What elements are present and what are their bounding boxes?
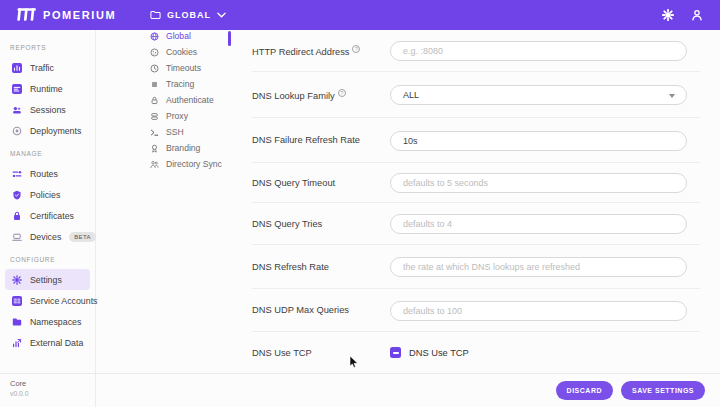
subnav-item-proxy[interactable]: Proxy [150,108,230,124]
subnav-item-branding[interactable]: Branding [150,140,230,156]
subnav-item-authenticate[interactable]: Authenticate [150,92,230,108]
people-icon [150,160,159,169]
sidebar-item-service-accounts[interactable]: Service Accounts [0,290,95,311]
sidebar-item-label: Runtime [30,84,63,94]
subnav-item-ssh[interactable]: SSH [150,124,230,140]
chevron-down-icon [217,12,226,18]
sidebar-item-label: Sessions [30,105,66,115]
namespace-label: GLOBAL [167,10,211,20]
form-row-dns-query-timeout: DNS Query Timeout [252,163,700,203]
subnav-scrollbar[interactable] [228,31,231,46]
brand-name: POMERIUM [43,9,116,21]
help-icon[interactable]: ? [352,45,360,53]
award-icon [150,144,159,153]
dns-query-timeout-input[interactable] [390,173,687,193]
select-caret-icon [669,94,675,98]
section-label: MANAGE [0,150,95,163]
routes-icon [12,169,22,179]
primary-sidebar: REPORTS Traffic Runtime Sessions [0,30,96,407]
sidebar-item-traffic[interactable]: Traffic [0,57,95,78]
checkbox-label: DNS Use TCP [409,348,469,358]
sidebar-item-runtime[interactable]: Runtime [0,78,95,99]
dns-failure-refresh-rate-input[interactable] [390,131,687,151]
subnav-item-label: SSH [166,127,184,137]
subnav-item-label: Timeouts [166,63,201,73]
settings-gear-button[interactable] [661,8,675,22]
clock-icon [150,64,159,73]
dns-udp-max-queries-input[interactable] [390,301,687,321]
sidebar-item-policies[interactable]: Policies [0,184,95,205]
sidebar-item-routes[interactable]: Routes [0,163,95,184]
section-label: REPORTS [0,44,95,57]
sidebar-footer: Core v0.0.0 [0,373,95,407]
terminal-icon [150,128,159,137]
subnav-item-cookies[interactable]: Cookies [150,44,230,60]
deployments-icon [12,126,22,136]
subnav-item-label: Global [166,31,191,41]
dns-lookup-family-select[interactable]: ALL [390,85,687,105]
sidebar-item-devices[interactable]: Devices BETA [0,226,95,247]
sidebar-item-label: External Data [30,338,83,348]
selected-option: ALL [403,90,419,100]
user-icon [691,9,703,21]
subnav-item-label: Directory Sync [166,159,222,169]
field-label: DNS Refresh Rate [252,262,329,272]
discard-button[interactable]: DISCARD [556,381,613,400]
policies-shield-icon [12,190,22,200]
subnav-item-tracing[interactable]: Tracing [150,76,230,92]
sidebar-section-configure: CONFIGURE Settings Service Accounts Name… [0,256,95,353]
runtime-icon [12,84,22,94]
sidebar-item-label: Deployments [30,126,81,136]
form-row-dns-lookup-family: DNS Lookup Family? ALL [252,72,700,118]
subnav-item-label: Cookies [166,47,197,57]
sidebar-item-label: Devices [30,232,61,242]
traffic-chart-icon [12,63,22,73]
settings-gear-icon [12,275,22,285]
footer-action-bar: DISCARD SAVE SETTINGS [96,373,720,407]
sidebar-item-settings[interactable]: Settings [5,269,90,290]
dns-query-tries-input[interactable] [390,214,687,234]
subnav-item-timeouts[interactable]: Timeouts [150,60,230,76]
http-redirect-address-input[interactable] [390,41,687,61]
sidebar-item-namespaces[interactable]: Namespaces [0,311,95,332]
form-row-dns-query-tries: DNS Query Tries [252,203,700,245]
product-name: Core [10,379,95,388]
cookie-icon [150,48,159,57]
header-actions [661,8,704,22]
certificates-lock-icon [12,211,22,221]
settings-subnav: Global Cookies Timeouts Tracing Authenti… [150,28,230,172]
subnav-item-global[interactable]: Global [150,28,230,44]
dns-refresh-rate-input[interactable] [390,257,687,277]
field-label: DNS Lookup Family? [252,89,346,101]
subnav-item-label: Authenticate [166,95,214,105]
field-label: DNS Query Timeout [252,178,335,188]
tracing-icon [150,80,159,89]
sessions-people-icon [12,105,22,115]
settings-form: HTTP Redirect Address? DNS Lookup Family… [252,30,700,373]
subnav-item-directory-sync[interactable]: Directory Sync [150,156,230,172]
sidebar-item-external-data[interactable]: External Data [0,332,95,353]
sidebar-item-sessions[interactable]: Sessions [0,99,95,120]
sidebar-section-manage: MANAGE Routes Policies Certificates [0,150,95,247]
sidebar-item-label: Policies [30,190,60,200]
sidebar-item-label: Namespaces [30,317,81,327]
subnav-item-label: Branding [166,143,200,153]
field-label: DNS Failure Refresh Rate [252,135,360,145]
dns-use-tcp-checkbox[interactable] [390,347,401,358]
subnav-item-label: Proxy [166,111,188,121]
app-window: POMERIUM GLOBAL [0,0,720,407]
product-version: v0.0.0 [10,390,95,397]
sidebar-item-certificates[interactable]: Certificates [0,205,95,226]
namespace-selector[interactable]: GLOBAL [150,0,226,30]
help-icon[interactable]: ? [338,89,346,97]
sidebar-item-label: Service Accounts [30,296,97,306]
pomerium-logo: POMERIUM [16,8,116,22]
sidebar-item-deployments[interactable]: Deployments [0,120,95,141]
field-label: DNS Use TCP [252,348,312,358]
form-row-dns-refresh-rate: DNS Refresh Rate [252,245,700,289]
account-button[interactable] [690,8,704,22]
external-data-icon [12,338,22,348]
devices-laptop-icon [12,232,22,242]
save-settings-button[interactable]: SAVE SETTINGS [621,381,705,400]
form-row-dns-use-tcp: DNS Use TCP DNS Use TCP [252,332,700,373]
